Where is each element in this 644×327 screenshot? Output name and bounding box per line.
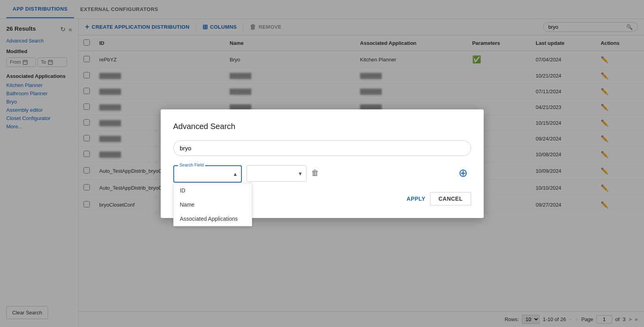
dropdown-item-associated-apps[interactable]: Associated Applications (174, 212, 252, 226)
field-select[interactable]: ID Name Associated Applications (174, 166, 241, 182)
modal-fields-row: Search Field ID Name Associated Applicat… (173, 165, 471, 183)
add-filter-button[interactable]: ⊕ (455, 165, 471, 181)
delete-filter-icon[interactable]: 🗑 (311, 168, 319, 177)
modal-search-input[interactable] (173, 140, 471, 156)
op-select-wrap: contains equals starts with ▼ (247, 165, 306, 182)
modal-overlay: Advanced Search Search Field ID Name Ass… (0, 0, 644, 327)
cancel-button[interactable]: CANCEL (430, 192, 471, 205)
modal-title: Advanced Search (173, 122, 471, 131)
field-select-wrap: Search Field ID Name Associated Applicat… (173, 165, 242, 183)
search-field-container: Search Field ID Name Associated Applicat… (173, 165, 242, 183)
field-dropdown-menu: ID Name Associated Applications (173, 183, 252, 226)
apply-button[interactable]: APPLY (406, 196, 425, 202)
operator-select[interactable]: contains equals starts with (247, 166, 306, 181)
advanced-search-modal: Advanced Search Search Field ID Name Ass… (161, 109, 484, 218)
dropdown-item-id[interactable]: ID (174, 183, 252, 198)
dropdown-item-name[interactable]: Name (174, 198, 252, 212)
search-field-label: Search Field (178, 163, 206, 167)
